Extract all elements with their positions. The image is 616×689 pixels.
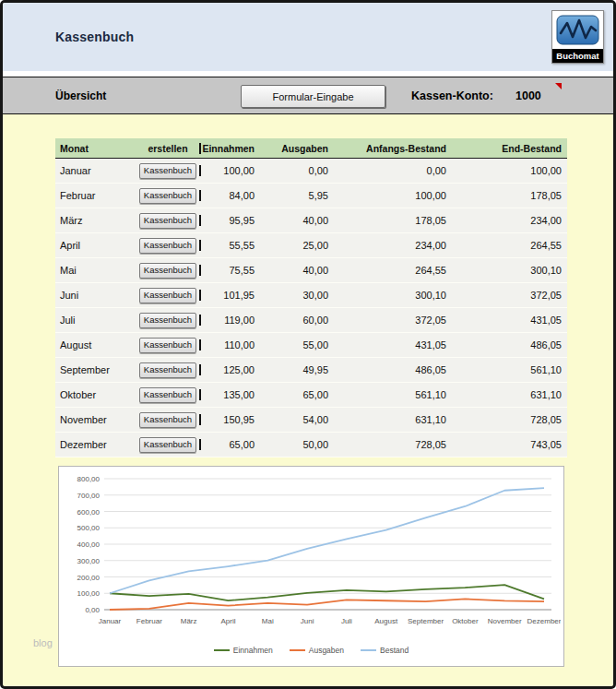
erstellen-cell: Kassenbuch — [136, 288, 199, 303]
erstellen-cell: Kassenbuch — [136, 338, 199, 353]
header-ausgaben: Ausgaben — [260, 143, 334, 154]
einnahmen-cell: 65,00 — [199, 439, 260, 450]
formular-eingabe-button[interactable]: Formular-Eingabe — [241, 85, 385, 108]
end-bestand-cell: 264,55 — [452, 240, 567, 251]
svg-text:Mai: Mai — [262, 617, 274, 625]
kassenbuch-button[interactable]: Kassenbuch — [139, 362, 196, 378]
ausgaben-cell: 0,00 — [260, 165, 334, 176]
kassenbuch-button[interactable]: Kassenbuch — [139, 412, 196, 428]
kassenbuch-button[interactable]: Kassenbuch — [139, 387, 196, 403]
anfangs-bestand-cell: 561,10 — [334, 389, 452, 400]
end-bestand-cell: 372,05 — [452, 290, 567, 301]
table-row: Januar Kassenbuch 100,00 0,00 0,00 100,0… — [55, 159, 567, 184]
ausgaben-cell: 40,00 — [260, 215, 334, 226]
end-bestand-cell: 100,00 — [452, 165, 567, 176]
erstellen-cell: Kassenbuch — [136, 238, 199, 254]
kassenbuch-button[interactable]: Kassenbuch — [139, 238, 196, 254]
kassenbuch-button[interactable]: Kassenbuch — [139, 163, 196, 179]
ausgaben-cell: 5,95 — [260, 190, 334, 201]
einnahmen-cell: 75,55 — [199, 265, 260, 276]
anfangs-bestand-cell: 234,00 — [334, 240, 452, 251]
svg-text:700,00: 700,00 — [77, 492, 101, 500]
svg-text:100,00: 100,00 — [77, 589, 101, 598]
einnahmen-cell: 100,00 — [199, 165, 260, 176]
anfangs-bestand-cell: 300,10 — [334, 290, 452, 301]
svg-text:0,00: 0,00 — [85, 606, 100, 614]
toolbar: Übersicht Formular-Eingabe Kassen-Konto:… — [3, 77, 613, 114]
month-cell: Dezember — [55, 439, 136, 450]
kassenbuch-app: Kassenbuch Buchomat Übersicht For — [0, 0, 616, 689]
kassenbuch-button[interactable]: Kassenbuch — [139, 338, 196, 353]
svg-text:April: April — [220, 617, 235, 625]
einnahmen-line — [110, 585, 544, 600]
legend-item: Bestand — [361, 646, 409, 655]
chart-svg: 0,00100,00200,00300,00400,00500,00600,00… — [62, 471, 561, 639]
erstellen-cell: Kassenbuch — [136, 163, 199, 179]
table-row: Oktober Kassenbuch 135,00 65,00 561,10 6… — [55, 383, 567, 408]
svg-text:600,00: 600,00 — [77, 508, 101, 517]
logo-icon-frame — [552, 11, 603, 49]
month-cell: Juni — [55, 290, 136, 301]
watermark-text: blog — [33, 637, 53, 648]
kassenbuch-button[interactable]: Kassenbuch — [139, 188, 196, 204]
kassen-konto-value: 1000 — [515, 89, 541, 102]
svg-text:200,00: 200,00 — [77, 574, 101, 582]
header-monat: Monat — [55, 143, 136, 154]
app-header: Kassenbuch Buchomat — [3, 3, 613, 71]
table-row: November Kassenbuch 150,95 54,00 631,10 … — [55, 408, 567, 433]
einnahmen-cell: 101,95 — [199, 290, 260, 301]
kassenbuch-table: Monat erstellen Einnahmen Ausgaben Anfan… — [55, 138, 567, 457]
month-cell: Februar — [55, 190, 136, 201]
kassenbuch-button[interactable]: Kassenbuch — [139, 213, 196, 229]
table-body: Januar Kassenbuch 100,00 0,00 0,00 100,0… — [55, 159, 567, 457]
einnahmen-cell: 110,00 — [199, 339, 260, 350]
erstellen-cell: Kassenbuch — [136, 437, 199, 453]
ausgaben-cell: 30,00 — [260, 290, 334, 301]
ausgaben-cell: 50,00 — [260, 439, 334, 450]
end-bestand-cell: 486,05 — [452, 339, 567, 350]
einnahmen-cell: 55,55 — [199, 240, 260, 251]
kassenbuch-button[interactable]: Kassenbuch — [139, 263, 196, 279]
ausgaben-cell: 25,00 — [260, 240, 334, 251]
erstellen-cell: Kassenbuch — [136, 387, 199, 403]
ausgaben-cell: 55,00 — [260, 339, 334, 350]
anfangs-bestand-cell: 372,05 — [334, 315, 452, 326]
section-label: Übersicht — [55, 89, 106, 102]
end-bestand-cell: 728,05 — [452, 414, 567, 425]
logo-brand-text: Buchomat — [552, 49, 603, 63]
svg-text:November: November — [488, 617, 522, 625]
anfangs-bestand-cell: 264,55 — [334, 265, 452, 276]
ausgaben-cell: 54,00 — [260, 414, 334, 425]
end-bestand-cell: 631,10 — [452, 389, 567, 400]
svg-text:500,00: 500,00 — [77, 524, 101, 532]
einnahmen-cell: 95,95 — [199, 215, 260, 226]
erstellen-cell: Kassenbuch — [136, 313, 199, 328]
legend-item: Einnahmen — [214, 646, 273, 655]
ausgaben-cell: 49,95 — [260, 364, 334, 375]
table-row: Mai Kassenbuch 75,55 40,00 264,55 300,10 — [55, 258, 567, 283]
month-cell: Juli — [55, 315, 136, 326]
month-cell: März — [55, 215, 136, 226]
svg-text:Januar: Januar — [99, 617, 122, 625]
legend-swatch — [361, 649, 376, 651]
svg-text:September: September — [408, 617, 444, 625]
svg-text:Juli: Juli — [341, 617, 352, 625]
comment-marker-icon — [555, 83, 562, 89]
header-erstellen: erstellen — [136, 143, 199, 154]
table-row: Juli Kassenbuch 119,00 60,00 372,05 431,… — [55, 308, 567, 333]
kassenbuch-button[interactable]: Kassenbuch — [139, 437, 196, 453]
svg-text:400,00: 400,00 — [77, 541, 101, 549]
svg-text:Juni: Juni — [301, 617, 314, 625]
legend-swatch — [290, 649, 305, 651]
ausgaben-cell: 60,00 — [260, 315, 334, 326]
einnahmen-cell: 125,00 — [199, 364, 260, 375]
header-einnahmen: Einnahmen — [199, 143, 260, 154]
kassenbuch-button[interactable]: Kassenbuch — [139, 288, 196, 303]
erstellen-cell: Kassenbuch — [136, 263, 199, 279]
kassenbuch-button[interactable]: Kassenbuch — [139, 313, 196, 328]
anfangs-bestand-cell: 100,00 — [334, 190, 452, 201]
table-row: August Kassenbuch 110,00 55,00 431,05 48… — [55, 333, 567, 358]
ausgaben-cell: 40,00 — [260, 265, 334, 276]
end-bestand-cell: 561,10 — [452, 364, 567, 375]
month-cell: April — [55, 240, 136, 251]
